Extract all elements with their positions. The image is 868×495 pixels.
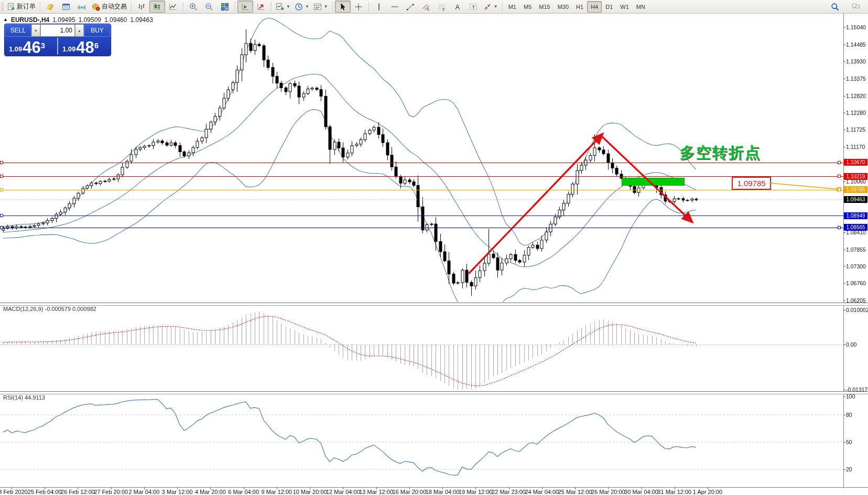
price-line-handle[interactable]	[838, 226, 841, 229]
bar-chart-button[interactable]	[134, 1, 149, 13]
tf-button-M1[interactable]: M1	[505, 1, 520, 13]
auto-scroll-button[interactable]	[237, 1, 253, 13]
buy-button[interactable]: BUY	[84, 24, 111, 37]
price-line[interactable]	[0, 228, 843, 228]
time-label: 18 Mar 04:00	[426, 489, 460, 495]
time-label: 27 Feb 20:00	[94, 489, 128, 495]
separator	[40, 2, 40, 12]
volume-input[interactable]	[40, 24, 75, 37]
rsi-tick-label: 100	[846, 393, 855, 400]
annotation-layer	[0, 0, 868, 495]
tf-button-M5[interactable]: M5	[520, 1, 535, 13]
time-label: 16 Mar 20:00	[392, 489, 426, 495]
price-line-handle[interactable]	[838, 175, 841, 178]
price-line-handle[interactable]	[838, 161, 841, 164]
price-line-handle[interactable]	[0, 161, 3, 164]
toolbar-grip[interactable]	[1, 2, 4, 12]
pane-splitter-rsi[interactable]	[0, 391, 868, 394]
text-label-button[interactable]: T	[465, 1, 481, 13]
crosshair-icon	[354, 3, 363, 11]
tf-button-M30[interactable]: M30	[554, 1, 572, 13]
price-line-label: 1.09785	[844, 186, 867, 193]
svg-text:E: E	[427, 7, 430, 11]
price-tick-mark	[843, 61, 845, 62]
price-line[interactable]	[0, 216, 843, 216]
price-line-handle[interactable]	[0, 175, 3, 178]
dropdown-arrow-icon: ▼	[324, 4, 328, 9]
arrows-button[interactable]: ▼	[481, 1, 500, 13]
chart-shift-button[interactable]	[253, 1, 269, 13]
templates-button[interactable]: ▼	[311, 1, 330, 13]
volume-up-button[interactable]: ▲	[75, 24, 84, 37]
turning-point-annotation[interactable]: 多空转折点	[680, 143, 761, 164]
fibonacci-button[interactable]: F	[434, 1, 450, 13]
tf-button-D1[interactable]: D1	[602, 1, 616, 13]
time-label: 12 Mar 04:00	[326, 489, 360, 495]
tf-button-H4[interactable]: H4	[587, 1, 602, 13]
time-label: 26 Feb 12:00	[61, 489, 95, 495]
text-button[interactable]: A	[450, 1, 465, 13]
tf-button-M15[interactable]: M15	[535, 1, 554, 13]
horizontal-line-button[interactable]	[387, 1, 403, 13]
text-icon: A	[453, 3, 462, 11]
periods-button[interactable]: ▼	[292, 1, 311, 13]
zoom-in-button[interactable]	[186, 1, 201, 13]
signals-button[interactable]	[74, 1, 90, 13]
volume-down-button[interactable]: ▼	[31, 24, 40, 37]
new-order-button[interactable]: 新订单	[5, 1, 38, 13]
price-tick-label: 1.13930	[846, 58, 866, 64]
current-price-label: 1.09463	[844, 196, 867, 203]
line-chart-button[interactable]	[165, 1, 181, 13]
tf-button-MN[interactable]: MN	[633, 1, 649, 13]
profiles-icon	[46, 3, 55, 11]
buy-quote[interactable]: 1.09 48 6	[58, 37, 111, 57]
search-button[interactable]	[827, 1, 843, 13]
rsi-tick-label: 50	[846, 439, 852, 445]
chat-button[interactable]	[848, 1, 864, 13]
symbol-title: EURUSD-,H4	[11, 16, 49, 24]
price-tag-annotation[interactable]: 1.09785	[732, 177, 771, 190]
price-tick-label: 1.12820	[846, 93, 866, 99]
pane-splitter-macd[interactable]	[0, 303, 868, 306]
time-label: 3 Mar 12:00	[162, 489, 193, 495]
trendline-button[interactable]	[403, 1, 418, 13]
candlestick-button[interactable]	[149, 1, 165, 13]
macd-tick-label: -0.013171	[846, 386, 868, 393]
green-zone-rectangle[interactable]	[622, 178, 685, 186]
svg-text:A: A	[455, 3, 460, 10]
market-watch-icon	[62, 3, 70, 11]
equidistant-channel-icon: E	[422, 3, 430, 11]
sell-button[interactable]: SELL	[5, 24, 31, 37]
autotrading-button[interactable]: 自动交易	[90, 1, 129, 13]
buy-price-pip: 6	[94, 41, 99, 50]
price-line-handle[interactable]	[0, 226, 3, 229]
chat-icon	[852, 3, 860, 11]
price-line-handle[interactable]	[838, 188, 841, 191]
tf-button-W1[interactable]: W1	[616, 1, 633, 13]
new-order-label: 新订单	[17, 2, 36, 11]
price-line[interactable]	[0, 190, 843, 190]
zoom-out-button[interactable]	[201, 1, 217, 13]
price-line-handle[interactable]	[0, 214, 3, 217]
one-click-collapse-icon[interactable]: ▲	[3, 17, 8, 24]
text-label-icon: T	[469, 3, 478, 11]
tile-windows-button[interactable]	[217, 1, 233, 13]
price-line-handle[interactable]	[0, 188, 3, 191]
svg-text:T: T	[472, 4, 475, 9]
horizontal-line-icon	[390, 3, 399, 11]
indicators-button[interactable]: ▼	[274, 1, 292, 13]
price-line[interactable]	[0, 163, 843, 163]
sell-quote[interactable]: 1.09 46 3	[5, 37, 57, 57]
cursor-button[interactable]	[335, 1, 351, 13]
crosshair-button[interactable]	[351, 1, 366, 13]
time-label: 30 Mar 04:00	[624, 489, 658, 495]
macd-tick-mark	[843, 345, 845, 345]
tf-button-H1[interactable]: H1	[572, 1, 587, 13]
vertical-line-button[interactable]	[371, 1, 387, 13]
profiles-button[interactable]	[42, 1, 58, 13]
channel-button[interactable]: E	[418, 1, 434, 13]
time-label: 25 Feb 04:00	[28, 489, 62, 495]
market-watch-button[interactable]	[58, 1, 74, 13]
price-line[interactable]	[0, 176, 843, 177]
trend-arrow-up[interactable]	[469, 134, 602, 274]
